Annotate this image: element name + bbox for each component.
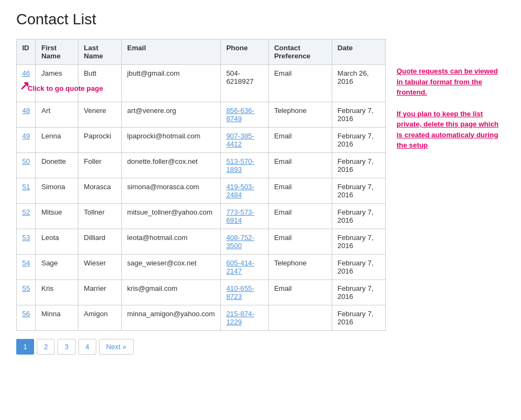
cell-email: jbutt@gmail.com [122, 65, 221, 102]
col-email: Email [122, 39, 221, 65]
cell-first-name: Lenna [36, 128, 78, 153]
cell-date: March 26, 2016 [332, 65, 385, 102]
cell-preference: Email [268, 153, 332, 178]
cell-email: kris@gmail.com [122, 280, 221, 305]
table-row: 56MinnaAmigonminna_amigon@yahoo.com215-8… [17, 305, 386, 331]
page-title: Contact List [16, 11, 505, 28]
cell-last-name: Foller [78, 153, 122, 178]
cell-date: February 7, 2016 [332, 128, 385, 153]
cell-id: 53 [17, 229, 36, 255]
cell-last-name: Butt [78, 65, 122, 102]
cell-id: 48 [17, 102, 36, 128]
col-phone: Phone [221, 39, 269, 65]
cell-phone: 513-570-1893 [221, 153, 269, 178]
table-row: 46↗Click to go quote pageJamesButtjbutt@… [17, 65, 386, 102]
id-link[interactable]: 46 [22, 69, 30, 77]
phone-link[interactable]: 215-874-1229 [226, 310, 254, 326]
cell-date: February 7, 2016 [332, 178, 385, 204]
cell-id: 46↗Click to go quote page [17, 65, 36, 102]
cell-date: February 7, 2016 [332, 204, 385, 229]
cell-date: February 7, 2016 [332, 305, 385, 331]
id-link[interactable]: 53 [22, 234, 30, 242]
cell-phone: 773-573-6914 [221, 204, 269, 229]
id-link[interactable]: 49 [22, 132, 30, 140]
cell-id: 51 [17, 178, 36, 204]
cell-id: 52 [17, 204, 36, 229]
id-link[interactable]: 50 [22, 157, 30, 165]
cell-id: 50 [17, 153, 36, 178]
cell-id: 56 [17, 305, 36, 331]
phone-link[interactable]: 408-752-3500 [226, 234, 254, 250]
cell-last-name: Amigon [78, 305, 122, 331]
pagination: 1 2 3 4 Next » [16, 339, 386, 355]
page-2-button[interactable]: 2 [37, 339, 55, 355]
phone-link[interactable]: 513-570-1893 [226, 157, 254, 174]
id-link[interactable]: 51 [22, 183, 30, 191]
cell-email: art@venere.org [122, 102, 221, 128]
cell-last-name: Wieser [78, 255, 122, 280]
id-link[interactable]: 54 [22, 259, 30, 267]
table-row: 51SimonaMorascasimona@morasca.com419-503… [17, 178, 386, 204]
page-1-button[interactable]: 1 [16, 339, 34, 355]
id-link[interactable]: 55 [22, 284, 30, 292]
page-4-button[interactable]: 4 [78, 339, 96, 355]
cell-email: lpaprocki@hotmail.com [122, 128, 221, 153]
cell-phone: 605-414-2147 [221, 255, 269, 280]
contact-table: ID First Name Last Name Email Phone Cont… [16, 39, 386, 331]
phone-link[interactable]: 419-503-2484 [226, 183, 254, 199]
id-link[interactable]: 52 [22, 208, 30, 216]
page-3-button[interactable]: 3 [57, 339, 75, 355]
cell-date: February 7, 2016 [332, 229, 385, 255]
phone-link[interactable]: 410-655-8723 [226, 284, 254, 301]
cell-preference: Email [268, 65, 332, 102]
cell-first-name: James [36, 65, 78, 102]
table-row: 49LennaPaprockilpaprocki@hotmail.com907-… [17, 128, 386, 153]
table-row: 48ArtVenereart@venere.org856-636-8749Tel… [17, 102, 386, 128]
cell-id: 55 [17, 280, 36, 305]
cell-preference: Email [268, 280, 332, 305]
next-page-button[interactable]: Next » [99, 339, 134, 355]
cell-phone: 419-503-2484 [221, 178, 269, 204]
cell-first-name: Leota [36, 229, 78, 255]
col-date: Date [332, 39, 385, 65]
cell-preference: Email [268, 128, 332, 153]
table-row: 53LeotaDilliardleota@hotmail.com408-752-… [17, 229, 386, 255]
cell-first-name: Minna [36, 305, 78, 331]
cell-date: February 7, 2016 [332, 255, 385, 280]
cell-date: February 7, 2016 [332, 280, 385, 305]
phone-link[interactable]: 605-414-2147 [226, 259, 254, 275]
table-row: 54SageWiesersage_wieser@cox.net605-414-2… [17, 255, 386, 280]
col-contact-preference: Contact Preference [268, 39, 332, 65]
phone-link[interactable]: 773-573-6914 [226, 208, 254, 224]
cell-preference: Email [268, 229, 332, 255]
cell-last-name: Marrier [78, 280, 122, 305]
click-annotation-label: Click to go quote page [28, 84, 103, 92]
id-link[interactable]: 48 [22, 106, 30, 115]
cell-phone: 410-655-8723 [221, 280, 269, 305]
cell-email: donette.foller@cox.net [122, 153, 221, 178]
phone-link[interactable]: 856-636-8749 [226, 106, 254, 123]
sidebar-note-1: Quote requests can be viewed in tabular … [397, 66, 505, 98]
cell-email: sage_wieser@cox.net [122, 255, 221, 280]
cell-preference: Telephone [268, 102, 332, 128]
phone-link[interactable]: 907-385-4412 [226, 132, 254, 148]
cell-id: 54 [17, 255, 36, 280]
table-row: 55KrisMarrierkris@gmail.com410-655-8723E… [17, 280, 386, 305]
cell-email: mitsue_tollner@yahoo.com [122, 204, 221, 229]
cell-first-name: Mitsue [36, 204, 78, 229]
cell-preference [268, 305, 332, 331]
id-link[interactable]: 56 [22, 310, 30, 318]
cell-email: simona@morasca.com [122, 178, 221, 204]
sidebar-notes: Quote requests can be viewed in tabular … [397, 39, 505, 162]
cell-last-name: Morasca [78, 178, 122, 204]
cell-phone: 215-874-1229 [221, 305, 269, 331]
cell-preference: Email [268, 204, 332, 229]
cell-first-name: Simona [36, 178, 78, 204]
cell-last-name: Paprocki [78, 128, 122, 153]
table-row: 52MitsueTollnermitsue_tollner@yahoo.com7… [17, 204, 386, 229]
sidebar-note-2: If you plan to keep the list private, de… [397, 109, 505, 151]
cell-first-name: Kris [36, 280, 78, 305]
cell-last-name: Tollner [78, 204, 122, 229]
col-first-name: First Name [36, 39, 78, 65]
cell-last-name: Venere [78, 102, 122, 128]
